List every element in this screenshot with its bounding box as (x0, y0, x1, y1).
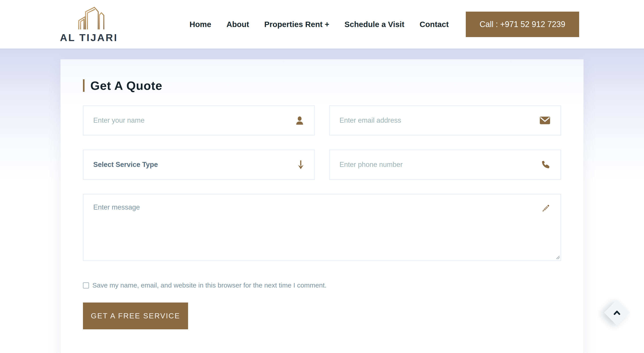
building-logo-icon (71, 5, 107, 30)
email-input[interactable] (329, 105, 561, 135)
nav-item-about[interactable]: About (226, 20, 249, 29)
nav-item-schedule-a-visit[interactable]: Schedule a Visit (344, 20, 404, 29)
heading-accent-bar (83, 79, 84, 92)
consent-label: Save my name, email, and website in this… (92, 282, 326, 289)
phone-input[interactable] (329, 150, 561, 180)
consent-checkbox[interactable] (83, 282, 89, 289)
site-header: AL TIJARI Home About Properties Rent + S… (0, 0, 644, 48)
nav-item-home[interactable]: Home (190, 20, 211, 29)
name-input[interactable] (83, 105, 315, 135)
quote-form: Select Service Type (83, 105, 561, 329)
nav-item-contact[interactable]: Contact (420, 20, 448, 29)
brand-name: AL TIJARI (60, 32, 118, 43)
page-title: Get A Quote (90, 79, 162, 92)
main-nav: Home About Properties Rent + Schedule a … (190, 20, 448, 29)
message-field-wrapper (83, 194, 561, 261)
consent-row: Save my name, email, and website in this… (83, 282, 561, 289)
message-textarea[interactable] (83, 194, 561, 261)
section-heading: Get A Quote (83, 79, 561, 92)
get-free-service-button[interactable]: GET A FREE SERVICE (83, 303, 188, 329)
service-type-field-wrapper: Select Service Type (83, 150, 315, 180)
nav-item-properties-rent[interactable]: Properties Rent + (264, 20, 330, 29)
call-phone-button[interactable]: Call : +971 52 912 7239 (466, 12, 579, 37)
get-a-quote-card: Get A Quote (60, 59, 584, 353)
phone-field-wrapper (329, 150, 561, 180)
name-field-wrapper (83, 105, 315, 135)
email-field-wrapper (329, 105, 561, 135)
textarea-resize-handle[interactable] (556, 255, 560, 259)
service-type-select[interactable]: Select Service Type (83, 150, 315, 180)
chevron-up-icon (612, 308, 622, 317)
brand-logo[interactable]: AL TIJARI (60, 5, 118, 43)
page-background: Get A Quote (0, 48, 644, 353)
